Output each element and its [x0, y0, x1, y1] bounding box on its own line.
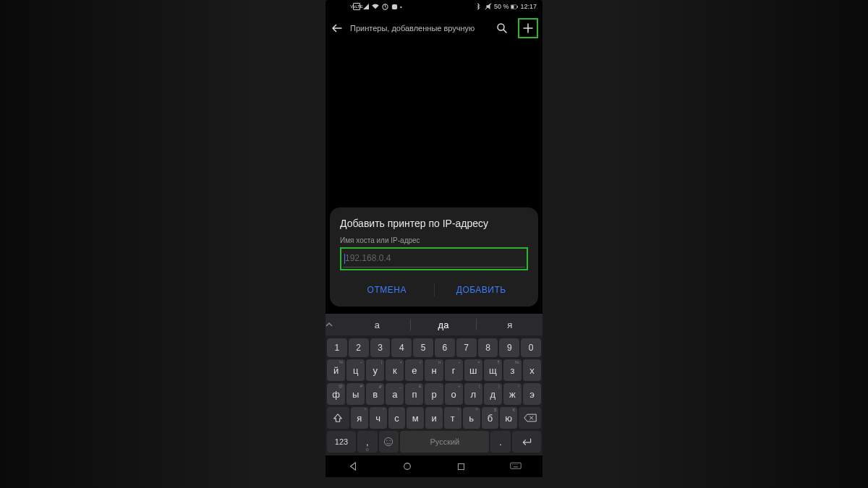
key-т[interactable]: т!: [444, 407, 461, 429]
svg-rect-1: [391, 4, 396, 9]
key-ч[interactable]: ч": [370, 407, 387, 429]
key-space[interactable]: Русский: [400, 431, 489, 453]
key-г[interactable]: г÷: [445, 359, 463, 381]
suggestion-3[interactable]: я: [477, 320, 542, 330]
key-9[interactable]: 9: [499, 338, 519, 357]
key-з[interactable]: з№: [503, 359, 522, 381]
key-ш[interactable]: ш×: [464, 359, 482, 381]
svg-point-13: [387, 440, 388, 441]
keyboard-row-numbers: 1234567890: [327, 338, 541, 357]
svg-rect-4: [511, 5, 514, 8]
key-э[interactable]: э: [523, 383, 541, 405]
key-ц[interactable]: ц~: [346, 359, 365, 381]
wifi-icon: [372, 3, 379, 10]
key-ю[interactable]: ю€: [500, 407, 517, 429]
key-н[interactable]: нπ: [425, 359, 443, 381]
dialog-title: Добавить принтер по IP-адресу: [340, 218, 528, 229]
nav-keyboard-toggle[interactable]: [501, 462, 530, 471]
key-в[interactable]: в₽: [366, 383, 384, 405]
dialog-actions: ОТМЕНА ДОБАВИТЬ: [340, 278, 528, 302]
dialog-field-label: Имя хоста или IP-адрес: [340, 236, 528, 244]
svg-line-7: [503, 30, 506, 33]
key-д[interactable]: д): [484, 383, 502, 405]
ip-input[interactable]: 192.168.0.4: [343, 250, 525, 267]
key-ф[interactable]: ф@: [327, 383, 345, 405]
key-ь[interactable]: ь?: [463, 407, 480, 429]
key-123[interactable]: 123: [327, 431, 356, 453]
key-с[interactable]: с': [388, 407, 406, 429]
key-а[interactable]: а_: [386, 383, 404, 405]
key-enter[interactable]: [512, 431, 541, 453]
key-ж[interactable]: ж/: [503, 383, 522, 405]
key-7[interactable]: 7: [456, 338, 477, 357]
keyboard-row-2: ф@ы#в₽а_п&р-о+л(д)ж/э: [327, 383, 541, 405]
dots-icon: •: [400, 4, 402, 10]
sync-icon: [381, 3, 388, 10]
key-б[interactable]: б$: [482, 407, 499, 429]
suggestion-1[interactable]: а: [344, 320, 410, 330]
virtual-keyboard: 1234567890 й%ц~у|к•е√нπг÷ш×щ¶з№х ф@ы#в₽а…: [326, 335, 542, 455]
key-я[interactable]: я*: [351, 407, 368, 429]
key-3[interactable]: 3: [370, 338, 391, 357]
confirm-add-button[interactable]: ДОБАВИТЬ: [435, 278, 529, 302]
key-8[interactable]: 8: [478, 338, 498, 357]
key-comma[interactable]: ,⚙: [357, 431, 378, 453]
key-backspace[interactable]: [519, 407, 541, 429]
svg-point-6: [498, 24, 504, 30]
key-5[interactable]: 5: [413, 338, 433, 357]
key-4[interactable]: 4: [391, 338, 412, 357]
nav-recent[interactable]: [447, 462, 476, 471]
ip-placeholder: 192.168.0.4: [345, 253, 391, 263]
key-0[interactable]: 0: [521, 338, 541, 357]
keyboard-row-1: й%ц~у|к•е√нπг÷ш×щ¶з№х: [327, 359, 541, 381]
key-6[interactable]: 6: [435, 338, 455, 357]
keyboard-suggestion-bar: а да я: [326, 314, 542, 335]
search-button[interactable]: [492, 18, 512, 38]
nav-home[interactable]: [393, 461, 422, 471]
key-е[interactable]: е√: [405, 359, 423, 381]
suggestion-expand[interactable]: [326, 321, 344, 328]
app-header: Принтеры, добавленные вручную: [326, 13, 542, 43]
content-area: Добавить принтер по IP-адресу Имя хоста …: [326, 43, 542, 477]
mute-icon: [485, 3, 492, 10]
key-м[interactable]: м:: [407, 407, 424, 429]
bluetooth-icon: [475, 3, 482, 10]
key-к[interactable]: к•: [386, 359, 404, 381]
nav-back[interactable]: [339, 461, 367, 471]
key-л[interactable]: л(: [464, 383, 482, 405]
key-р[interactable]: р-: [425, 383, 443, 405]
cancel-button[interactable]: ОТМЕНА: [340, 278, 434, 302]
svg-rect-16: [458, 463, 464, 469]
back-button[interactable]: [330, 21, 344, 35]
battery-percent: 50 %: [494, 3, 509, 10]
key-х[interactable]: х: [523, 359, 541, 381]
key-щ[interactable]: щ¶: [484, 359, 502, 381]
svg-line-2: [485, 4, 491, 9]
key-period[interactable]: .: [490, 431, 511, 453]
viber-icon: [391, 3, 398, 10]
signal-icon: [362, 3, 370, 10]
status-bar: VoLTE • 50 % 12:17: [326, 0, 542, 13]
add-printer-dialog: Добавить принтер по IP-адресу Имя хоста …: [330, 207, 538, 307]
key-1[interactable]: 1: [327, 338, 347, 357]
svg-rect-5: [517, 6, 518, 7]
svg-point-15: [404, 463, 410, 470]
key-п[interactable]: п&: [405, 383, 423, 405]
phone-screen: VoLTE • 50 % 12:17 Принтеры, добавленные…: [326, 0, 542, 477]
key-у[interactable]: у|: [366, 359, 384, 381]
svg-rect-17: [510, 463, 520, 468]
key-ы[interactable]: ы#: [346, 383, 365, 405]
key-и[interactable]: и;: [425, 407, 443, 429]
clock-time: 12:17: [520, 3, 537, 10]
add-button[interactable]: [518, 18, 538, 38]
key-й[interactable]: й%: [327, 359, 345, 381]
key-о[interactable]: о+: [445, 383, 463, 405]
key-emoji[interactable]: [379, 431, 399, 453]
page-title: Принтеры, добавленные вручную: [350, 24, 486, 33]
svg-point-14: [390, 440, 391, 441]
key-2[interactable]: 2: [349, 338, 369, 357]
suggestion-2[interactable]: да: [411, 320, 477, 330]
ip-input-highlight: 192.168.0.4: [340, 247, 528, 270]
keyboard-row-3: я*ч"с'м:и;т!ь?б$ю€: [327, 407, 541, 429]
key-shift[interactable]: [327, 407, 349, 429]
